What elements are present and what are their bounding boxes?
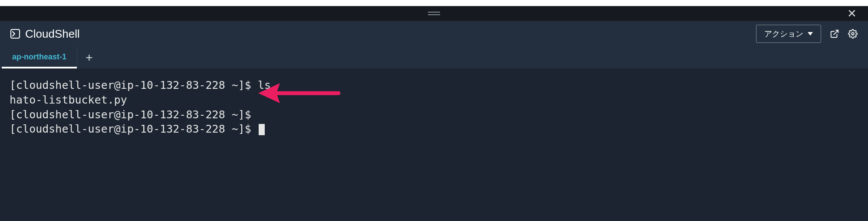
- close-icon[interactable]: ✕: [847, 8, 857, 19]
- gear-icon[interactable]: [848, 29, 858, 39]
- add-tab-button[interactable]: +: [77, 47, 101, 68]
- actions-label: アクション: [764, 29, 803, 39]
- panel-dragbar[interactable]: ✕: [0, 6, 868, 21]
- terminal-output[interactable]: [cloudshell-user@ip-10-132-83-228 ~]$ ls…: [0, 68, 868, 221]
- open-new-window-icon[interactable]: [830, 29, 839, 39]
- terminal-line: hato-listbucket.py: [10, 94, 127, 106]
- chevron-down-icon: [808, 32, 813, 36]
- drag-handle-icon: [428, 12, 440, 15]
- cursor-icon: [259, 124, 265, 135]
- tab-label: ap-northeast-1: [12, 52, 66, 62]
- terminal-line: [cloudshell-user@ip-10-132-83-228 ~]$ ls: [10, 79, 271, 91]
- cloudshell-header: CloudShell アクション: [0, 21, 868, 47]
- terminal-line: [cloudshell-user@ip-10-132-83-228 ~]$: [10, 108, 251, 121]
- terminal-line: [cloudshell-user@ip-10-132-83-228 ~]$: [10, 123, 258, 135]
- svg-point-1: [852, 32, 854, 35]
- svg-line-0: [834, 30, 838, 35]
- header-actions: アクション: [756, 25, 858, 43]
- tabs-bar: ap-northeast-1 +: [0, 47, 868, 68]
- terminal-icon: [10, 29, 20, 39]
- page-title: CloudShell: [25, 27, 80, 41]
- browser-top-sliver: [0, 0, 868, 6]
- tab-ap-northeast-1[interactable]: ap-northeast-1: [2, 47, 77, 68]
- actions-dropdown-button[interactable]: アクション: [756, 25, 821, 43]
- title-group: CloudShell: [10, 27, 80, 41]
